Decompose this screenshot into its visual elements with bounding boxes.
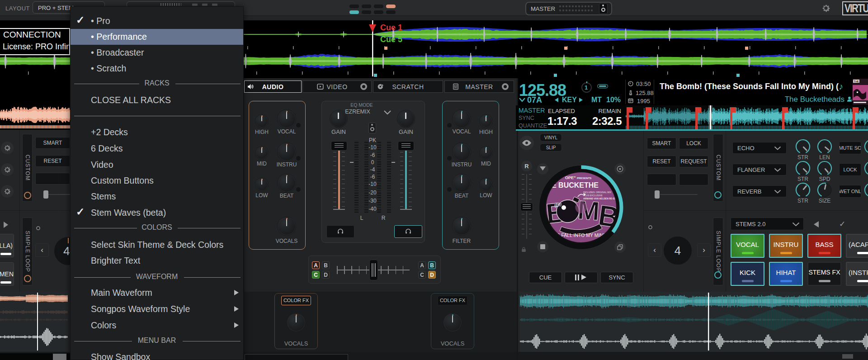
svg-text:E BUCKETHE: E BUCKETHE bbox=[552, 181, 599, 189]
svg-text:Cue 5: Cue 5 bbox=[380, 35, 402, 44]
svg-text:Cue 1: Cue 1 bbox=[380, 23, 402, 32]
svg-text:THE: THE bbox=[854, 80, 859, 83]
svg-text:INCLUDES: ORIGINAL MIX: INCLUDES: ORIGINAL MIX bbox=[583, 191, 612, 194]
